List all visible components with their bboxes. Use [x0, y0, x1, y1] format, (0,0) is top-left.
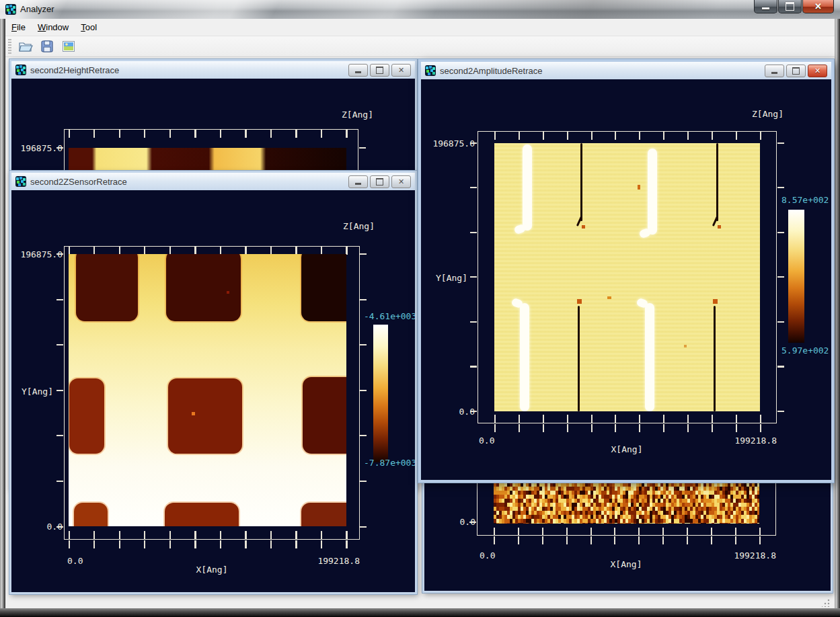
height-restore-button[interactable]: [370, 64, 389, 77]
menubar: File Window Tool: [5, 19, 835, 36]
x-max-label: 199218.8: [306, 556, 360, 566]
toolbar: [5, 36, 835, 57]
speck: [607, 296, 611, 299]
y-max-label: 196875.0: [15, 143, 63, 153]
window-frame-bottom: [0, 608, 840, 617]
x-max-label: 199218.8: [723, 436, 777, 446]
heatmap-block: [69, 378, 104, 454]
y-ticks-right: [360, 253, 367, 528]
minimize-icon: [762, 7, 769, 9]
amplitude-heatmap: [494, 143, 760, 411]
white-streak: [520, 303, 529, 411]
export-image-button[interactable]: [60, 38, 77, 54]
colorbar: [373, 325, 388, 462]
heatmap-block: [303, 377, 346, 454]
heatmap-block: [301, 254, 346, 321]
open-folder-icon: [18, 40, 33, 53]
height-close-button[interactable]: ✕: [391, 64, 411, 77]
close-icon: ✕: [814, 67, 820, 75]
amplitude-window-icon: [425, 65, 436, 76]
save-icon: [40, 40, 54, 53]
close-button[interactable]: ✕: [802, 0, 834, 13]
x-min-label: 0.0: [67, 556, 83, 566]
amplitude-titlebar[interactable]: second2AmplitudeRetrace ✕: [421, 62, 831, 79]
x-ticks-top: [69, 130, 348, 138]
zsensor-plot-area: Z[Ang] 196875.0 Y[Ang] 0.0 0.0 X[Ang] 19…: [11, 190, 415, 592]
heatmap-block: [301, 503, 346, 526]
minimize-button[interactable]: [754, 0, 777, 13]
edge-dot: [713, 299, 718, 304]
zsensor-titlebar[interactable]: second2ZSensorRetrace ✕: [11, 173, 415, 190]
y-ticks-right: [777, 142, 784, 413]
heatmap-defect-dot: [227, 291, 229, 294]
amplitude-restore-button[interactable]: [786, 65, 806, 77]
restore-icon: [376, 67, 383, 74]
x-ticks-bottom-outer: [69, 540, 348, 548]
menu-file[interactable]: File: [5, 19, 32, 35]
window-zsensor-retrace: second2ZSensorRetrace ✕ Z[Ang] 196875.0 …: [9, 171, 417, 594]
colorbar: [788, 210, 804, 343]
amplitude-close-button[interactable]: ✕: [808, 65, 827, 77]
restore-icon: [792, 67, 800, 75]
zsensor-minimize-button[interactable]: [348, 175, 368, 188]
x-ticks-bottom-outer: [494, 424, 761, 432]
x-ticks-top: [494, 132, 761, 140]
height-window-icon: [15, 65, 26, 75]
restore-icon: [376, 178, 383, 186]
colorbar-min-label: 5.97e+002: [781, 345, 829, 356]
y-max-label: 196875.0: [15, 249, 63, 259]
heatmap-scanlines: [494, 143, 760, 411]
maximize-button[interactable]: [778, 0, 802, 13]
minimize-icon: [355, 183, 361, 185]
titlebar-gloss: [0, 0, 840, 19]
zsensor-window-icon: [15, 176, 26, 187]
white-streak: [523, 145, 532, 231]
minimize-icon: [771, 72, 777, 74]
x-ticks-bottom-outer: [494, 536, 761, 544]
window-amplitude-retrace: second2AmplitudeRetrace ✕ Z[Ang] 196875.…: [418, 59, 834, 483]
white-streak: [648, 149, 657, 235]
zsensor-restore-button[interactable]: [370, 175, 389, 188]
amplitude-minimize-button[interactable]: [765, 65, 784, 77]
app-icon: [5, 4, 16, 15]
toolbar-grip[interactable]: [8, 39, 11, 54]
dark-edge: [714, 306, 716, 411]
edge-dot: [577, 299, 582, 304]
dark-edge: [580, 143, 582, 221]
resize-grip[interactable]: [822, 599, 830, 607]
speck: [684, 345, 687, 347]
close-icon: ✕: [814, 2, 822, 11]
y-axis-label: Y[Ang]: [436, 273, 467, 283]
window-frame-right: [835, 19, 840, 617]
image-icon: [62, 40, 75, 53]
y-min-label: 0.0: [15, 522, 63, 532]
app-titlebar[interactable]: Analyzer ✕: [0, 0, 840, 19]
open-file-button[interactable]: [17, 38, 34, 54]
close-icon: ✕: [398, 67, 404, 74]
y-max-label: 196875.0: [428, 138, 475, 149]
amplitude-plot-area: Z[Ang] 196875.0 Y[Ang] 0.0 0.0 X[Ang] 19…: [421, 79, 831, 480]
y-ticks-left: [56, 253, 63, 528]
y-axis-label: Y[Ang]: [22, 386, 53, 397]
save-button[interactable]: [38, 38, 56, 54]
y-min-label: 0.0: [427, 517, 475, 527]
analyzer-app-window: Analyzer ✕ File Window Tool: [0, 0, 840, 617]
x-ticks-bottom-inner: [494, 528, 761, 536]
height-titlebar[interactable]: second2HeightRetrace ✕: [11, 61, 415, 79]
x-min-label: 0.0: [479, 436, 494, 446]
window-frame-left: [0, 19, 5, 617]
heatmap-block: [74, 503, 108, 526]
x-axis-label: X[Ang]: [185, 565, 239, 575]
z-axis-label: Z[Ang]: [321, 221, 375, 231]
menu-tool[interactable]: Tool: [75, 19, 103, 35]
edge-dot: [718, 225, 721, 229]
height-window-title: second2HeightRetrace: [30, 65, 119, 75]
x-axis-label: X[Ang]: [599, 559, 653, 569]
speck: [638, 185, 640, 190]
zsensor-close-button[interactable]: ✕: [391, 175, 411, 188]
white-streak: [645, 303, 654, 411]
height-minimize-button[interactable]: [348, 64, 368, 77]
edge-dot: [582, 225, 585, 229]
menu-window[interactable]: Window: [32, 19, 75, 35]
y-min-label: 0.0: [428, 407, 475, 417]
